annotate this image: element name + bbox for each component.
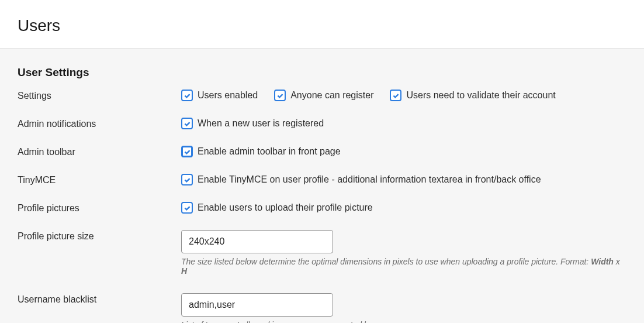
label-tinymce: TinyMCE — [18, 174, 181, 185]
checkbox-label: Enable users to upload their profile pic… — [198, 202, 373, 213]
label-profile-pictures: Profile pictures — [18, 202, 181, 214]
checkbox-admin-toolbar[interactable]: Enable admin toolbar in front page — [181, 146, 341, 157]
checkbox-tinymce[interactable]: Enable TinyMCE on user profile - additio… — [181, 174, 541, 185]
page-header: Users — [0, 0, 644, 49]
checkbox-label: Enable TinyMCE on user profile - additio… — [198, 174, 541, 185]
help-profile-picture-size: The size listed below determine the opti… — [181, 257, 626, 276]
row-settings: Settings Users enabled Anyone can regist… — [18, 90, 626, 101]
control-settings: Users enabled Anyone can register Users … — [181, 90, 626, 101]
check-icon — [181, 146, 193, 157]
section-title: User Settings — [18, 66, 626, 79]
input-username-blacklist[interactable] — [181, 293, 333, 317]
row-admin-notifications: Admin notifications When a new user is r… — [18, 118, 626, 129]
checkbox-label: When a new user is registered — [198, 118, 324, 129]
label-admin-notifications: Admin notifications — [18, 118, 181, 129]
page-title: Users — [18, 16, 626, 35]
check-icon — [390, 90, 401, 101]
help-text-mid: x — [614, 257, 620, 266]
check-icon — [181, 90, 193, 101]
control-admin-notifications: When a new user is registered — [181, 118, 626, 129]
check-icon — [181, 118, 193, 129]
checkbox-label: Anyone can register — [290, 90, 373, 101]
checkbox-validate-account[interactable]: Users need to validate their account — [390, 90, 555, 101]
label-profile-picture-size: Profile picture size — [18, 230, 181, 242]
help-text-bold: H — [181, 266, 187, 276]
row-admin-toolbar: Admin toolbar Enable admin toolbar in fr… — [18, 146, 626, 157]
label-admin-toolbar: Admin toolbar — [18, 146, 181, 157]
label-settings: Settings — [18, 90, 181, 101]
row-tinymce: TinyMCE Enable TinyMCE on user profile -… — [18, 174, 626, 185]
row-username-blacklist: Username blacklist — [18, 293, 626, 317]
control-username-blacklist — [181, 293, 626, 317]
check-icon — [181, 202, 193, 214]
checkbox-profile-pictures[interactable]: Enable users to upload their profile pic… — [181, 202, 373, 214]
row-profile-pictures: Profile pictures Enable users to upload … — [18, 202, 626, 214]
checkbox-label: Enable admin toolbar in front page — [198, 146, 341, 157]
help-text-bold: Width — [591, 257, 614, 266]
row-profile-picture-size: Profile picture size — [18, 230, 626, 253]
checkbox-label: Users enabled — [198, 90, 258, 101]
control-admin-toolbar: Enable admin toolbar in front page — [181, 146, 626, 157]
input-profile-picture-size[interactable] — [181, 230, 333, 253]
control-profile-pictures: Enable users to upload their profile pic… — [181, 202, 626, 214]
control-tinymce: Enable TinyMCE on user profile - additio… — [181, 174, 626, 185]
checkbox-label: Users need to validate their account — [406, 90, 555, 101]
checkbox-new-user-registered[interactable]: When a new user is registered — [181, 118, 324, 129]
check-icon — [181, 174, 193, 185]
control-profile-picture-size — [181, 230, 626, 253]
checkbox-anyone-register[interactable]: Anyone can register — [274, 90, 373, 101]
help-username-blacklist: List of terms not allowed in usernames, … — [181, 320, 626, 323]
checkbox-users-enabled[interactable]: Users enabled — [181, 90, 258, 101]
help-text-prefix: The size listed below determine the opti… — [181, 257, 591, 266]
content-area: User Settings Settings Users enabled Any… — [0, 49, 644, 323]
check-icon — [274, 90, 286, 101]
label-username-blacklist: Username blacklist — [18, 293, 181, 305]
